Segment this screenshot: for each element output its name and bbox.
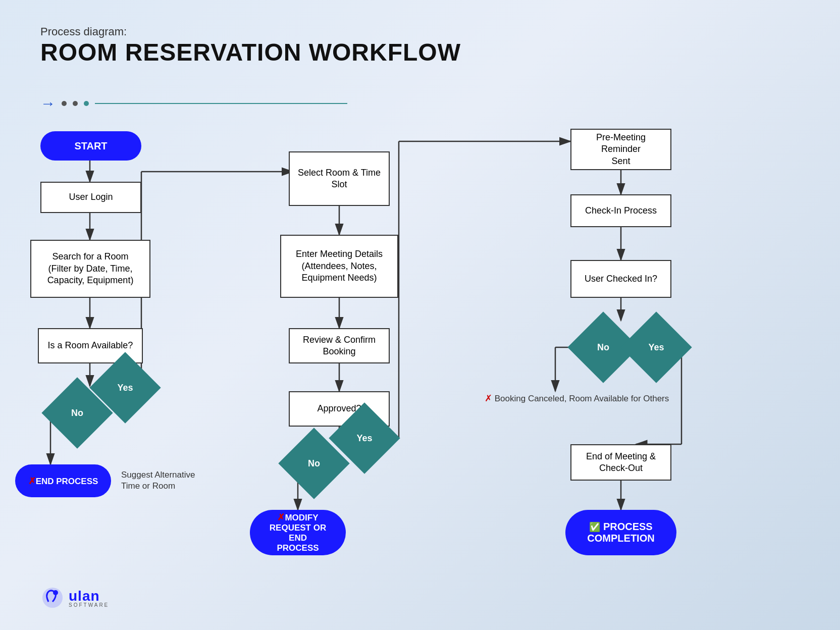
user-login-node: User Login	[40, 182, 141, 213]
booking-canceled-label: ✗ Booking Canceled, Room Available for O…	[485, 393, 669, 404]
select-room-node: Select Room & Time Slot	[289, 151, 390, 206]
process-completion-node: ✅ PROCESS COMPLETION	[565, 510, 676, 555]
enter-details-node: Enter Meeting Details (Attendees, Notes,…	[280, 235, 398, 298]
user-checked-in-node: User Checked In?	[570, 260, 671, 298]
checkin-process-node: Check-In Process	[570, 194, 671, 227]
diamond-yes2-label: Yes	[339, 413, 390, 463]
start-node: START	[40, 131, 141, 161]
diamond-no2-label: No	[289, 438, 339, 489]
subtitle: Process diagram:	[40, 25, 461, 38]
main-title: ROOM RESERVATION WORKFLOW	[40, 38, 461, 66]
suggest-alt-label: Suggest Alternative Time or Room	[121, 469, 195, 492]
diamond-yes1-label: Yes	[100, 362, 150, 413]
diamond-no1-label: No	[52, 388, 102, 438]
end-meeting-node: End of Meeting & Check-Out	[570, 444, 671, 481]
dot3	[84, 101, 89, 106]
breadcrumb-line: →	[40, 95, 347, 112]
diamond-yes3-label: Yes	[631, 322, 681, 373]
flowchart: START User Login Search for a Room (Filt…	[0, 111, 840, 606]
dot1	[62, 101, 67, 106]
logo-icon	[40, 586, 65, 610]
title-area: Process diagram: ROOM RESERVATION WORKFL…	[40, 25, 461, 66]
logo-sub: SOFTWARE	[69, 602, 109, 608]
end-process-node: ✗END PROCESS	[15, 464, 111, 497]
dot2	[73, 101, 78, 106]
logo: ulan SOFTWARE	[40, 586, 109, 610]
pre-meeting-node: Pre-Meeting Reminder Sent	[570, 129, 671, 170]
breadcrumb-ext-line	[95, 103, 347, 104]
svg-point-29	[53, 590, 58, 595]
search-room-node: Search for a Room (Filter by Date, Time,…	[30, 240, 150, 298]
arrow-icon: →	[40, 95, 56, 112]
review-confirm-node: Review & Confirm Booking	[289, 328, 390, 363]
modify-request-node: ✗MODIFY REQUEST OR END PROCESS	[250, 510, 346, 555]
